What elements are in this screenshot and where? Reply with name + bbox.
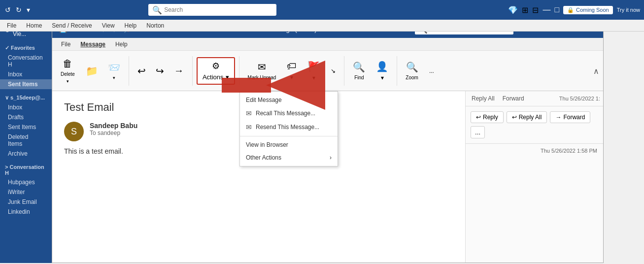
avatar: S — [64, 122, 84, 141]
sidebar-item-inbox[interactable]: Inbox — [0, 69, 52, 79]
ribbon-div4 — [344, 56, 344, 86]
sidebar-linkedin[interactable]: Linkedin — [0, 207, 52, 217]
delete-label: Delete — [61, 71, 75, 77]
dropdown-sep — [240, 136, 338, 136]
sidebar-item-conv-h[interactable]: Conversation H — [0, 53, 52, 69]
timestamp-ribbon: Thu 5/26/2022 1: — [559, 96, 600, 101]
redo-ribbon-btn[interactable]: ↪ — [151, 57, 169, 85]
sidebar-favorites: ✓ Favorites Conversation H Inbox Sent It… — [0, 41, 52, 91]
resend-message-label: Resend This Message... — [256, 124, 319, 131]
forward-btn[interactable]: → Forward — [550, 111, 590, 123]
top-bar-right: 💎 ⊞ ⊟ — □ 🔒 Coming Soon Try it now — [508, 5, 640, 15]
sidebar-account: ∨ s_15deep@... Inbox Drafts Sent Items D… — [0, 91, 52, 161]
mark-unread-btn[interactable]: ✉ Mark Unread — [243, 57, 281, 85]
try-now-link[interactable]: Try it now — [617, 7, 640, 13]
maximize-btn[interactable]: □ — [554, 5, 559, 14]
menu-bar-help[interactable]: Help — [111, 40, 132, 49]
reply-label: Reply — [483, 114, 498, 121]
sidebar-archive[interactable]: Archive — [0, 149, 52, 159]
menu-send-receive[interactable]: Send / Receive — [48, 21, 96, 30]
forward-nav-btn[interactable]: → — [169, 57, 188, 85]
ribbon-delete-group: 🗑 Delete ▾ — [56, 57, 79, 85]
mark-unread-icon: ✉ — [258, 61, 266, 73]
resend-message-item[interactable]: ✉ Resend This Message... — [240, 120, 338, 134]
search-icon: 🔍 — [152, 5, 162, 15]
customize-icon[interactable]: ▾ — [26, 5, 31, 15]
zoom-btn[interactable]: 🔍 Zoom — [401, 57, 423, 85]
menu-help[interactable]: Help — [121, 21, 141, 30]
menu-bar-message[interactable]: Message — [76, 40, 109, 49]
sidebar-conv: > Conversation H Hubpages iWriter Junk E… — [0, 161, 52, 219]
find-icon: 🔍 — [353, 61, 365, 73]
forward-icon: → — [555, 114, 561, 121]
ribbon-div2 — [192, 56, 193, 86]
zoom-label: Zoom — [406, 75, 418, 80]
minimize-btn[interactable]: — — [542, 5, 550, 14]
sidebar-favorites-title[interactable]: ✓ Favorites — [0, 43, 52, 53]
coming-soon-icon: 🔒 — [567, 7, 574, 13]
actions-btn[interactable]: ⚙ Actions ▾ — [197, 57, 235, 85]
sidebar-deleted[interactable]: Deleted Items — [0, 132, 52, 149]
delete-arrow: ▾ — [67, 79, 69, 84]
menu-home[interactable]: Home — [22, 21, 46, 30]
delete-btn[interactable]: 🗑 Delete ▾ — [56, 57, 79, 85]
actions-dropdown: Edit Message ✉ Recall This Message... ✉ … — [239, 91, 338, 166]
undo-icon[interactable]: ↻ — [15, 5, 23, 15]
outlook-search-bar[interactable]: 🔍 — [148, 4, 276, 16]
more-icon: ... — [429, 67, 434, 74]
right-panel-ribbon: Reply All Forward Thu 5/26/2022 1: — [466, 91, 603, 106]
refresh-icon[interactable]: ↺ — [4, 5, 12, 15]
move-btn[interactable]: 📨 ▾ — [103, 57, 125, 85]
mark-unread-label: Mark Unread — [248, 75, 276, 80]
undo-ribbon-icon: ↩ — [137, 65, 146, 77]
more-actions-icon: ... — [475, 129, 480, 136]
archive-icon: 📁 — [86, 65, 98, 77]
flag-arrow: ▾ — [312, 74, 315, 81]
coming-soon-badge[interactable]: 🔒 Coming Soon — [563, 6, 613, 14]
flag-icon: 🚩 — [307, 61, 320, 72]
reply-all-btn[interactable]: ↩ Reply All — [507, 111, 547, 123]
more-actions-btn[interactable]: ... — [471, 126, 485, 138]
menu-bar-file[interactable]: File — [57, 40, 74, 49]
ribbon-nav-group: ↩ ↪ → — [133, 57, 188, 85]
related-arrow: ▾ — [381, 74, 384, 81]
other-actions-item[interactable]: Other Actions › — [240, 151, 338, 164]
view-browser-item[interactable]: View in Browser — [240, 138, 338, 151]
outlook-search-input[interactable] — [164, 6, 272, 13]
undo-ribbon-btn[interactable]: ↩ — [133, 57, 150, 85]
ribbon-div3 — [239, 56, 239, 86]
sidebar-iwriter[interactable]: iWriter — [0, 187, 52, 197]
reply-btn[interactable]: ↩ Reply — [471, 111, 504, 123]
more-btn[interactable]: ... — [425, 57, 439, 85]
ribbon-collapse-btn[interactable]: ∧ — [593, 66, 599, 75]
sidebar-hubpages[interactable]: Hubpages — [0, 177, 52, 187]
menu-norton[interactable]: Norton — [142, 21, 168, 30]
outlook-top-bar: ↺ ↻ ▾ 🔍 💎 ⊞ ⊟ — □ 🔒 Coming Soon Try it n… — [0, 0, 644, 20]
message-window: 💾 ↩ ↪ ↑ ↓ 📌 Test Email - Message (HTML) … — [52, 20, 604, 263]
edit-message-label: Edit Message — [246, 97, 282, 103]
collapse-btn[interactable]: ↘ — [326, 57, 340, 85]
recall-message-label: Recall This Message... — [256, 110, 315, 117]
edit-message-item[interactable]: Edit Message — [240, 94, 338, 106]
recall-message-item[interactable]: ✉ Recall This Message... — [240, 106, 338, 120]
move-icon: 📨 — [108, 62, 120, 73]
categorize-btn[interactable]: 🏷 ▾ — [282, 57, 301, 85]
find-btn[interactable]: 🔍 Find — [348, 57, 370, 85]
move-arrow: ▾ — [113, 75, 115, 80]
related-btn[interactable]: 👤 ▾ — [372, 57, 393, 85]
sidebar-junk[interactable]: Junk Email — [0, 197, 52, 207]
flag-btn[interactable]: 🚩 ▾ — [303, 57, 324, 85]
other-actions-arrow: › — [330, 154, 332, 161]
menu-file[interactable]: File — [3, 21, 20, 30]
menu-view[interactable]: View — [98, 21, 119, 30]
sidebar-inbox[interactable]: Inbox — [0, 102, 52, 112]
outlook-menu-bar: File Home Send / Receive View Help Norto… — [0, 20, 644, 32]
archive-btn[interactable]: 📁 — [81, 57, 102, 85]
sidebar-drafts[interactable]: Drafts — [0, 112, 52, 122]
avatar-initial: S — [71, 127, 77, 137]
sidebar-conv-title[interactable]: > Conversation H — [0, 163, 52, 177]
sidebar-account-title[interactable]: ∨ s_15deep@... — [0, 93, 52, 102]
forward-ribbon-label: Forward — [500, 94, 527, 103]
sidebar-item-sent[interactable]: Sent Items — [0, 79, 52, 89]
sidebar-sent[interactable]: Sent Items — [0, 122, 52, 132]
